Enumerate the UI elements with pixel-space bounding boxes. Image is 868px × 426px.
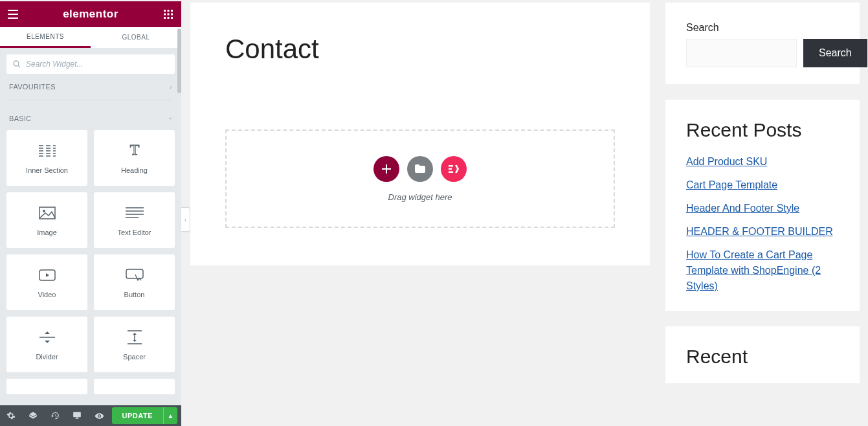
history-icon [50, 411, 60, 420]
widget-heading[interactable]: T Heading [94, 130, 175, 186]
svg-rect-41 [449, 171, 453, 173]
elementskit-button[interactable] [441, 156, 467, 182]
navigator-button[interactable] [22, 405, 44, 426]
widget-search[interactable] [6, 54, 175, 74]
category-label: BASIC [9, 115, 32, 122]
svg-rect-7 [168, 17, 170, 19]
chevron-down-icon: › [167, 117, 175, 120]
widget-text-editor[interactable]: Text Editor [94, 192, 175, 248]
section-dropzone[interactable]: Drag widget here [225, 129, 615, 228]
svg-rect-4 [168, 14, 170, 16]
widget-divider[interactable]: Divider [6, 317, 87, 372]
page-content: Contact [190, 3, 650, 265]
widget-button[interactable]: Button [94, 254, 175, 310]
panel-scrollbar[interactable] [177, 28, 181, 93]
hamburger-icon [8, 10, 18, 19]
apps-button[interactable] [155, 1, 181, 27]
history-button[interactable] [44, 405, 66, 426]
svg-rect-2 [171, 10, 173, 12]
list-item: HEADER & FOOTER BUILDER [686, 224, 839, 240]
add-template-button[interactable] [407, 156, 433, 182]
recent-widget-partial: Recent [665, 326, 860, 383]
svg-text:T: T [129, 143, 139, 158]
svg-rect-3 [164, 14, 166, 16]
post-link[interactable]: Header And Footer Style [686, 203, 799, 214]
publish-group: UPDATE ▲ [112, 407, 177, 424]
panel-footer: UPDATE ▲ [0, 405, 181, 426]
divider-icon [38, 328, 56, 346]
search-widget: Search Search [665, 3, 860, 84]
tab-elements[interactable]: ELEMENTS [0, 27, 91, 48]
widget-partial[interactable] [6, 379, 87, 394]
responsive-button[interactable] [66, 405, 88, 426]
svg-rect-34 [126, 269, 143, 278]
list-item: Header And Footer Style [686, 201, 839, 216]
widget-label: Heading [121, 166, 148, 174]
chevron-right-icon: › [170, 83, 172, 91]
heading-icon: T [126, 142, 144, 160]
post-link[interactable]: HEADER & FOOTER BUILDER [686, 226, 833, 237]
widget-label: Inner Section [26, 166, 68, 174]
widget-label: Video [38, 291, 56, 298]
svg-rect-1 [168, 10, 170, 12]
svg-rect-6 [164, 17, 166, 19]
widget-heading: Recent [686, 346, 839, 368]
update-button[interactable]: UPDATE [112, 407, 163, 424]
responsive-icon [72, 411, 82, 420]
columns-icon [38, 142, 56, 160]
widget-inner-section[interactable]: Inner Section [6, 130, 87, 186]
widget-label: Text Editor [118, 229, 151, 236]
post-link[interactable]: How To Create a Cart Page Template with … [686, 249, 821, 291]
wp-search-input[interactable] [686, 39, 797, 67]
widget-heading: Recent Posts [686, 119, 839, 141]
category-basic[interactable]: BASIC › [6, 106, 175, 126]
recent-posts-list: Add Product SKU Cart Page Template Heade… [686, 154, 839, 294]
category-divider [9, 100, 172, 100]
widget-label: Image [37, 229, 57, 236]
list-item: How To Create a Cart Page Template with … [686, 247, 839, 294]
svg-rect-0 [164, 10, 166, 12]
widget-image[interactable]: Image [6, 192, 87, 248]
menu-button[interactable] [0, 1, 26, 27]
widget-video[interactable]: Video [6, 254, 87, 310]
add-section-button[interactable] [373, 156, 399, 182]
svg-rect-5 [171, 14, 173, 16]
svg-line-10 [18, 65, 20, 67]
image-icon [38, 204, 56, 222]
panel-tabs: ELEMENTS GLOBAL [0, 27, 181, 48]
widget-partial[interactable] [94, 379, 175, 394]
button-icon [126, 266, 144, 284]
widget-label: Spacer [123, 353, 146, 361]
preview-button[interactable] [88, 405, 110, 426]
search-input[interactable] [26, 60, 168, 69]
publish-options-button[interactable]: ▲ [163, 407, 177, 424]
panel-collapse-button[interactable]: ‹ [181, 207, 190, 232]
elementskit-icon [447, 164, 460, 174]
eye-icon [95, 411, 104, 421]
svg-rect-8 [171, 17, 173, 19]
search-icon [13, 60, 21, 68]
wp-sidebar: Search Search Recent Posts Add Product S… [665, 3, 860, 383]
wp-search-button[interactable]: Search [803, 39, 867, 67]
dropzone-label: Drag widget here [388, 192, 452, 202]
settings-button[interactable] [0, 405, 22, 426]
grid-icon [164, 10, 173, 19]
post-link[interactable]: Cart Page Template [686, 179, 777, 190]
list-item: Add Product SKU [686, 154, 839, 170]
tab-global[interactable]: GLOBAL [91, 27, 181, 48]
page-title: Contact [225, 34, 615, 65]
widget-label: Button [124, 291, 145, 298]
panel-body: FAVOURITES › BASIC › Inner Section T Hea… [0, 48, 181, 426]
category-favourites[interactable]: FAVOURITES › [6, 74, 175, 95]
panel-header: elementor [0, 1, 181, 27]
list-item: Cart Page Template [686, 177, 839, 193]
folder-icon [415, 164, 425, 173]
spacer-icon [126, 328, 144, 346]
dropzone-buttons [373, 156, 467, 182]
post-link[interactable]: Add Product SKU [686, 156, 767, 167]
svg-point-28 [43, 210, 45, 212]
text-lines-icon [126, 204, 144, 222]
chevron-left-icon: ‹ [184, 216, 186, 223]
svg-rect-39 [449, 165, 453, 167]
widget-spacer[interactable]: Spacer [94, 317, 175, 372]
